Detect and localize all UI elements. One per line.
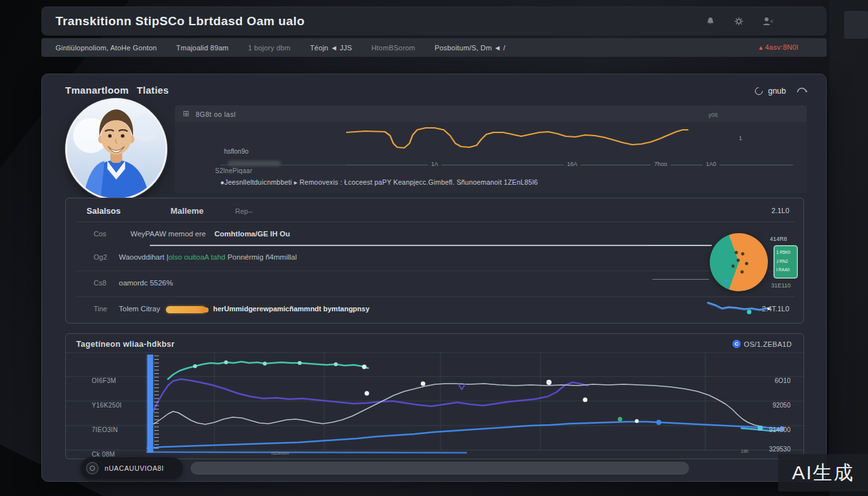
table-header-col2: Malleme [170,206,203,216]
bottom-chart-corner[interactable]: C OS/1.ZEBA1D [732,340,792,348]
top-chart-panel: ⊞ 8G8t oo lasl y06 hsflon9o 1A 16A 7hoo … [175,105,807,193]
row-key: Cs8 [94,279,107,287]
row-text: WeyPAAW memod ere [130,230,206,238]
dashboard-card: Tmanartloom Tlaties gnub [41,74,827,482]
row-text-pre: Waoovddihart | [119,253,169,261]
pie-legend: 1 R5K0 J RN2 I RAA0 [774,245,798,278]
row-text-bold: herUmmidgerewpamicñammndt bymtangpnsy [213,305,369,313]
table-header-col1: Salalsos [87,206,121,216]
nav-item-3[interactable]: Téojn ◄ JJS [310,44,352,52]
row-text: Tolem Citray [119,305,160,313]
bottom-chart-panel: Tagetíneon wliaa-hdkbsr C OS/1.ZEBA1D OI… [65,333,804,459]
footer-input-bar[interactable] [191,462,689,475]
nav-item-5[interactable]: Posboitum/S, Dm ◄ / [435,44,505,52]
row-text: Waoovddihart |olso ouitoaA tahd Ponnérmi… [119,253,297,261]
row-key: Og2 [94,253,107,261]
background-box-top-right [844,11,868,39]
bottom-chart-title: Tagetíneon wliaa-hdkbsr [76,340,175,349]
axis-tick-1: 16A [564,161,581,167]
app-header: Transkitionn StipSCo Lbrtdasd Oam ualo [41,6,827,36]
pie-legend-item: J RN2 [776,257,795,266]
sparkline-chart [707,300,771,317]
table-header-value: 2.1L0 [771,207,789,214]
data-table: Salalsos Malleme Rep-- 2.1L0 Cos WeyPAAW… [65,198,804,324]
axis-tick-3: 1A0 [703,161,719,167]
chart-row-label-0: OI6F3M [92,377,116,384]
pie-dot [737,259,740,262]
chart-row-label-2: 7IEO3IN [92,426,118,433]
pie-dot [735,251,738,254]
footer-chip-label: nUACAUUVIOA8I [105,464,164,472]
progress-pill-dot [203,307,209,313]
header-actions [705,16,774,26]
phone-icon[interactable] [796,85,808,97]
chart-value-label-3: 329530 [769,446,790,453]
chart-legend-line: ●Jeesnlleltduicnmbbeti ▸ Remoovexis : Łc… [220,178,538,186]
axis-tick-2: 7hoo [651,161,670,167]
pie-dot [745,262,748,265]
row-text-strong: Comhtloma/GE IH Ou [214,230,290,238]
pie-dot [741,253,745,256]
record-icon [86,462,99,475]
pie-callout-line [652,279,709,280]
table-divider [76,222,794,222]
nav-bar: Gintiülopnoliom, AtoHe Gonton Tmajoalid … [41,38,827,57]
bottom-chart-corner-label: OS/1.ZEBA1D [744,340,792,348]
nav-item-0[interactable]: Gintiülopnoliom, AtoHe Gonton [56,44,157,52]
watermark-ai: AI生成 [778,454,868,491]
footer-chip[interactable]: nUACAUUVIOA8I [81,457,183,479]
row-text-green: olso ouitoaA tahd [169,253,225,261]
top-chart-label: 8G8t oo lasl [196,110,236,118]
pie-callout-line [650,245,710,246]
card-actions: gnub [755,85,808,97]
yellow-line-chart [346,118,698,170]
chart-mini-label: 1I8I [741,449,749,454]
avatar[interactable] [65,98,167,200]
top-chart-corner-label: y06 [708,112,718,118]
pie-label-top: 414R8 [770,236,787,242]
progress-pill [166,306,206,313]
table-divider [76,271,794,271]
refresh-icon[interactable] [754,85,765,96]
desktop-background: Transkitionn StipSCo Lbrtdasd Oam ualo G… [0,0,868,496]
row-text-post: Ponnérmig ñ4mmillal [225,253,297,261]
chart-value-label-1: 92050 [772,402,790,409]
chart-value-label-0: 6O10 [775,377,790,384]
table-row[interactable]: Cos WeyPAAW memod ere Comhtloma/GE IH Ou [66,229,803,240]
card-title: Tmanartloom Tlaties [65,85,169,96]
pie-label-bottom: 31E110 [771,282,790,289]
pie-dot [732,265,735,268]
avatar-illustration [67,100,165,198]
row-key: Cos [94,230,107,238]
row-text: oamordc 5526% [119,279,173,287]
pie-blue-dot [725,279,728,282]
info-icon: C [732,340,741,348]
pie-legend-item: I RAA0 [776,265,795,274]
axis-line-dim [220,165,347,165]
account-icon[interactable] [762,16,774,26]
axis-left-label: S2lnePiqaar [215,167,253,174]
table-row[interactable]: Tine Tolem Citray herUmmidgerewpamicñamm… [66,304,803,315]
refresh-label[interactable]: gnub [768,87,786,96]
chart-row-label-1: Y16K250I [92,402,121,409]
table-header-col2-sub: Rep-- [235,207,253,215]
notifications-icon[interactable] [705,16,716,26]
nav-item-1[interactable]: Tmajoalid 89am [176,44,229,52]
background-band-right [829,0,868,496]
pie-dot [740,271,743,274]
chart-baseline-label: tS2kvom [271,451,289,455]
axis-tick-0: 1A [428,161,441,167]
settings-icon[interactable] [734,16,744,26]
chart-value-label-2: 914800 [769,426,790,433]
pie-chart [710,233,768,291]
table-row[interactable]: Og2 Waoovddihart |olso ouitoaA tahd Ponn… [66,252,803,264]
nav-item-2[interactable]: 1 bojory dbm [248,44,291,52]
pie-legend-item: 1 R5K0 [776,248,795,257]
table-divider [76,296,794,297]
app-title: Transkitionn StipSCo Lbrtdasd Oam ualo [56,14,305,28]
series-label: hsflon9o [224,148,249,155]
nav-item-4[interactable]: HtomBSorom [371,44,415,52]
right-mark: 1 [739,135,742,141]
multi-line-chart [66,352,805,458]
nav-alert-badge[interactable]: ▴ 4asv:8N0l [759,43,798,52]
